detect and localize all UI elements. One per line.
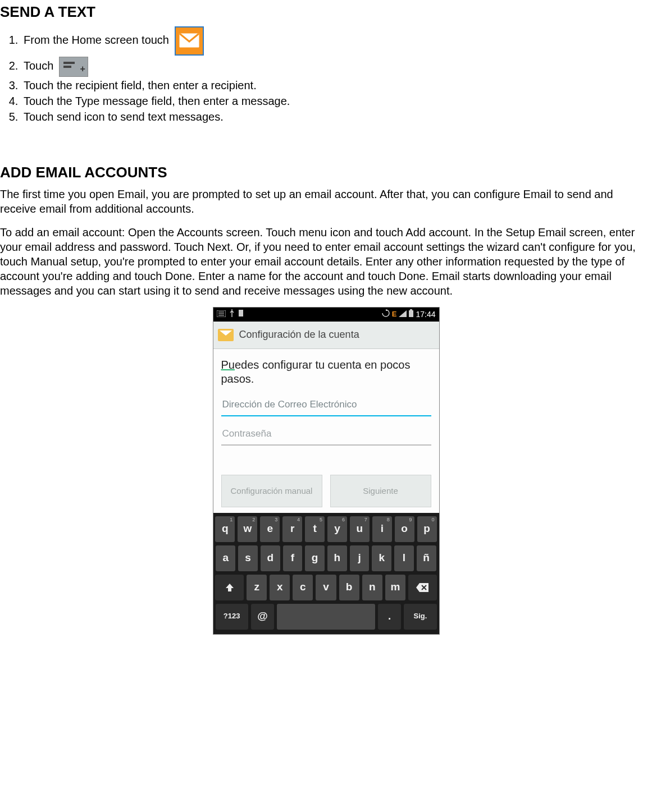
- keyboard-status-icon: [217, 309, 226, 319]
- password-field[interactable]: Contraseña: [221, 423, 431, 446]
- key-w[interactable]: w2: [238, 516, 257, 542]
- symbols-key[interactable]: ?123: [216, 604, 248, 630]
- key-i[interactable]: i8: [372, 516, 392, 542]
- svg-marker-7: [399, 310, 407, 317]
- key-g[interactable]: g: [305, 545, 325, 571]
- key-k[interactable]: k: [372, 545, 391, 571]
- status-bar: E 17:44: [213, 308, 439, 322]
- step-1-text: From the Home screen touch: [24, 34, 169, 46]
- key-d[interactable]: d: [261, 545, 280, 571]
- key-n[interactable]: n: [362, 575, 382, 600]
- email-placeholder-label: Dirección de Correo Electrónico: [222, 398, 357, 411]
- key-l[interactable]: l: [394, 545, 414, 571]
- key-p[interactable]: p0: [417, 516, 437, 542]
- app-title-bar: Configuración de la cuenta: [213, 322, 439, 349]
- svg-rect-5: [239, 310, 243, 316]
- step-2: Touch +: [21, 57, 652, 77]
- enter-key[interactable]: Sig.: [404, 604, 436, 630]
- password-placeholder-label: Contraseña: [222, 428, 272, 440]
- step-5: Touch send icon to send text messages.: [21, 109, 652, 124]
- keyboard-row-2: asdfghjklñ: [216, 545, 437, 571]
- setup-prompt-rest: edes configurar tu cuenta en pocos pasos…: [221, 359, 411, 385]
- keyboard-row-3: zxcvbnm: [216, 575, 437, 600]
- messaging-app-icon: [175, 26, 204, 56]
- key-o[interactable]: o9: [395, 516, 414, 542]
- heading-add-email: ADD EMAIL ACCOUNTS: [0, 163, 652, 182]
- email-intro-para: The first time you open Email, you are p…: [0, 187, 652, 216]
- key-v[interactable]: v: [316, 575, 336, 600]
- key-z[interactable]: z: [247, 575, 267, 600]
- usb-status-icon: [229, 309, 235, 319]
- key-a[interactable]: a: [216, 545, 235, 571]
- onscreen-keyboard: q1w2e3r4t5y6u7i8o9p0 asdfghjklñ zxcvbnm …: [213, 513, 439, 634]
- key-u[interactable]: u7: [350, 516, 370, 542]
- setup-prompt-highlight: Pu: [221, 359, 235, 371]
- key-b[interactable]: b: [339, 575, 359, 600]
- key-m[interactable]: m: [385, 575, 405, 600]
- email-app-icon: [218, 329, 234, 341]
- key-q[interactable]: q1: [215, 516, 235, 542]
- step-2-text: Touch: [24, 59, 53, 72]
- manual-setup-button[interactable]: Configuración manual: [221, 475, 322, 507]
- step-4: Touch the Type message field, then enter…: [21, 94, 652, 108]
- key-f[interactable]: f: [283, 545, 303, 571]
- battery-icon: [409, 309, 413, 319]
- key-x[interactable]: x: [270, 575, 290, 600]
- key-ñ[interactable]: ñ: [417, 545, 436, 571]
- key-c[interactable]: c: [293, 575, 313, 600]
- phone-screenshot: E 17:44 Configuración de la cuenta Puede…: [213, 307, 440, 635]
- key-y[interactable]: y6: [327, 516, 347, 542]
- compose-message-icon: +: [59, 57, 88, 77]
- setup-prompt: Puedes configurar tu cuenta en pocos pas…: [221, 358, 431, 386]
- step-1: From the Home screen touch: [21, 26, 652, 56]
- key-r[interactable]: r4: [282, 516, 302, 542]
- sync-status-icon: [382, 309, 390, 319]
- app-title-text: Configuración de la cuenta: [239, 328, 359, 341]
- status-time: 17:44: [416, 309, 435, 319]
- svg-rect-8: [409, 310, 413, 317]
- signal-icon: [399, 309, 407, 319]
- space-key[interactable]: [277, 604, 375, 630]
- svg-rect-9: [410, 309, 412, 310]
- key-h[interactable]: h: [327, 545, 347, 571]
- heading-send-text: SEND A TEXT: [0, 3, 652, 22]
- keyboard-row-4: ?123 @ . Sig.: [216, 604, 437, 630]
- at-key[interactable]: @: [251, 604, 275, 630]
- email-instructions-para: To add an email account: Open the Accoun…: [0, 225, 652, 298]
- send-text-steps: From the Home screen touch Touch + Touch…: [0, 26, 652, 124]
- keyboard-row-1: q1w2e3r4t5y6u7i8o9p0: [216, 516, 437, 542]
- key-s[interactable]: s: [238, 545, 258, 571]
- next-button[interactable]: Siguiente: [330, 475, 431, 507]
- step-3: Touch the recipient field, then enter a …: [21, 78, 652, 93]
- card-status-icon: [238, 309, 244, 319]
- period-key[interactable]: .: [378, 604, 402, 630]
- setup-form-area: Puedes configurar tu cuenta en pocos pas…: [213, 349, 439, 513]
- email-address-field[interactable]: Dirección de Correo Electrónico: [221, 394, 431, 416]
- key-e[interactable]: e3: [260, 516, 280, 542]
- key-j[interactable]: j: [350, 545, 370, 571]
- data-e-indicator: E: [392, 310, 397, 319]
- backspace-key[interactable]: [408, 575, 437, 600]
- shift-key[interactable]: [215, 575, 244, 600]
- key-t[interactable]: t5: [305, 516, 325, 542]
